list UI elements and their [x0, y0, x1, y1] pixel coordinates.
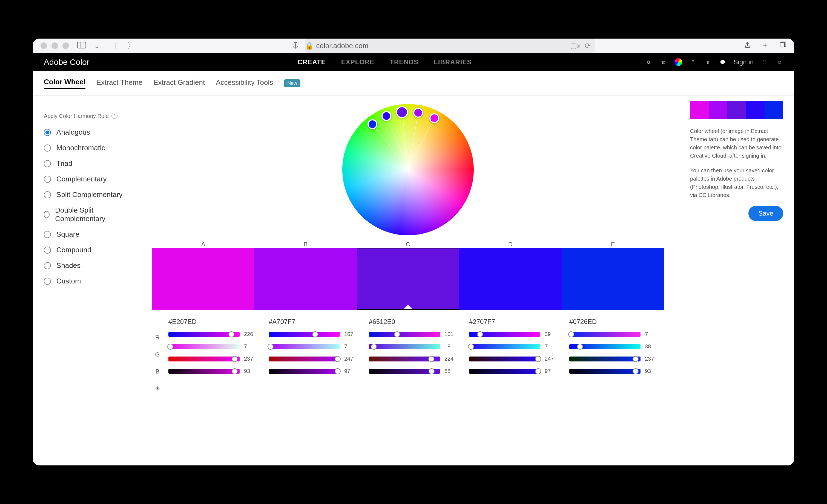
slider-value[interactable]: 247 [344, 356, 358, 362]
slider-thumb[interactable] [535, 368, 541, 374]
harmony-rule-analogous[interactable]: Analogous [44, 128, 126, 136]
swatch-e[interactable] [562, 248, 664, 310]
swatch-d[interactable] [459, 248, 562, 310]
slider-track[interactable] [469, 369, 540, 374]
slider-track[interactable] [269, 332, 340, 337]
share-icon[interactable] [744, 41, 751, 50]
info-icon[interactable]: ? [111, 113, 117, 119]
slider-value[interactable]: 97 [344, 368, 358, 374]
swatch-c[interactable] [357, 248, 459, 310]
save-button[interactable]: Save [748, 206, 783, 221]
slider-thumb[interactable] [335, 368, 341, 374]
close-window-icon[interactable] [41, 42, 47, 49]
subnav-extract-gradient[interactable]: Extract Gradient [153, 78, 205, 89]
privacy-shield-icon[interactable] [292, 41, 299, 50]
slider-track[interactable] [569, 344, 640, 349]
harmony-rule-split-complementary[interactable]: Split Complementary [44, 190, 126, 199]
slider-thumb[interactable] [335, 356, 341, 362]
slider-track[interactable] [168, 369, 240, 374]
reload-icon[interactable]: ⟳ [585, 42, 591, 50]
harmony-rule-complementary[interactable]: Complementary [44, 175, 126, 183]
slider-thumb[interactable] [228, 331, 234, 337]
address-bar[interactable]: 🔒 color.adobe.com ▢⎚ ⟳ [305, 39, 595, 53]
harmony-rule-triad[interactable]: Triad [44, 159, 126, 168]
harmony-rule-shades[interactable]: Shades [44, 261, 126, 270]
hex-value[interactable]: #E207ED [168, 318, 258, 326]
slider-track[interactable] [369, 356, 440, 361]
slider-value[interactable]: 88 [444, 368, 458, 374]
harmony-rule-compound[interactable]: Compound [44, 246, 126, 254]
slider-thumb[interactable] [633, 356, 639, 362]
cc-cloud-icon[interactable]: ⊚ [776, 58, 783, 66]
slider-track[interactable] [269, 369, 340, 374]
slider-track[interactable] [269, 356, 340, 361]
slider-track[interactable] [469, 332, 540, 337]
swatch-a[interactable] [152, 248, 254, 310]
back-button[interactable]: 〈 [108, 41, 120, 51]
slider-thumb[interactable] [312, 331, 318, 337]
maximize-window-icon[interactable] [62, 42, 69, 49]
slider-track[interactable] [569, 369, 640, 374]
harmony-rule-custom[interactable]: Custom [44, 277, 126, 285]
slider-track[interactable] [369, 369, 440, 374]
minimize-window-icon[interactable] [51, 42, 58, 49]
slider-track[interactable] [469, 344, 540, 349]
nav-create[interactable]: CREATE [298, 58, 326, 66]
slider-value[interactable]: 7 [645, 331, 659, 337]
slider-thumb[interactable] [267, 344, 274, 350]
hex-value[interactable]: #A707F7 [269, 318, 358, 326]
slider-track[interactable] [369, 332, 440, 337]
slider-value[interactable]: 7 [545, 343, 558, 350]
slider-value[interactable]: 18 [444, 343, 458, 350]
subnav-extract-theme[interactable]: Extract Theme [96, 78, 143, 89]
wheel-handle-c[interactable] [396, 106, 408, 118]
translate-icon[interactable]: ▢⎚ [570, 42, 581, 50]
slider-value[interactable]: 101 [444, 331, 458, 337]
announce-icon[interactable]: ▮ [704, 58, 712, 66]
subnav-color-wheel[interactable]: Color Wheel [44, 78, 86, 89]
slider-thumb[interactable] [429, 368, 435, 374]
slider-value[interactable]: 224 [444, 356, 458, 362]
slider-value[interactable]: 39 [545, 331, 558, 337]
slider-thumb[interactable] [232, 356, 238, 362]
nav-libraries[interactable]: LIBRARIES [434, 58, 472, 66]
slider-value[interactable]: 247 [545, 356, 558, 362]
slider-track[interactable] [168, 356, 240, 361]
color-wheel-icon[interactable] [675, 58, 682, 66]
slider-value[interactable]: 237 [244, 356, 258, 362]
wheel-handle-e[interactable] [368, 119, 377, 129]
tabs-overview-icon[interactable] [779, 41, 786, 50]
tab-dropdown-icon[interactable]: ⌄ [92, 41, 102, 50]
slider-thumb[interactable] [568, 331, 574, 337]
harmony-rule-square[interactable]: Square [44, 230, 126, 239]
slider-track[interactable] [168, 344, 240, 349]
slider-thumb[interactable] [477, 331, 483, 337]
slider-thumb[interactable] [577, 344, 583, 350]
slider-value[interactable]: 167 [344, 331, 358, 337]
hex-value[interactable]: #6512E0 [369, 318, 458, 326]
slider-value[interactable]: 226 [244, 331, 258, 337]
hex-value[interactable]: #2707F7 [469, 318, 558, 326]
slider-track[interactable] [569, 356, 640, 361]
slider-thumb[interactable] [535, 356, 541, 362]
forward-button[interactable]: 〉 [125, 41, 137, 51]
sidebar-toggle-icon[interactable] [77, 42, 86, 50]
slider-value[interactable]: 97 [545, 368, 558, 374]
slider-value[interactable]: 93 [645, 368, 659, 374]
contrast-icon[interactable]: ◐ [660, 58, 667, 66]
slider-thumb[interactable] [394, 331, 400, 337]
slider-value[interactable]: 7 [344, 343, 358, 350]
wheel-handle-a[interactable] [429, 113, 439, 123]
slider-value[interactable]: 237 [645, 356, 659, 362]
help-icon[interactable]: ? [689, 58, 697, 66]
slider-value[interactable]: 7 [244, 343, 258, 350]
nav-explore[interactable]: EXPLORE [341, 58, 375, 66]
hex-value[interactable]: #0726ED [569, 318, 659, 326]
slider-track[interactable] [369, 344, 440, 349]
chat-icon[interactable]: 💬 [719, 58, 727, 66]
nav-trends[interactable]: TRENDS [390, 58, 419, 66]
slider-thumb[interactable] [371, 344, 377, 350]
wheel-handle-d[interactable] [382, 111, 391, 121]
slider-thumb[interactable] [428, 356, 434, 362]
sign-in-link[interactable]: Sign in [734, 58, 753, 66]
